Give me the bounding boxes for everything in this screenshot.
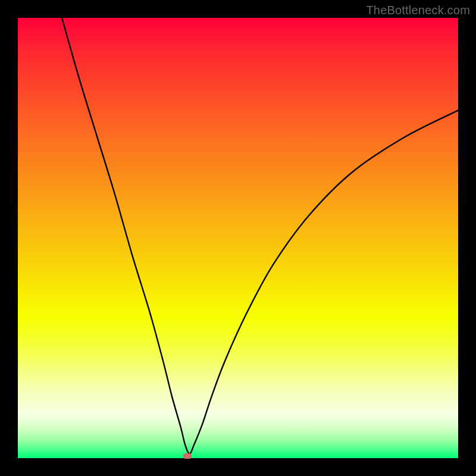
chart-frame: TheBottleneck.com [0,0,476,476]
watermark-text: TheBottleneck.com [366,4,470,17]
plot-area [18,18,458,458]
bottleneck-curve [62,18,458,454]
curve-svg [18,18,458,458]
min-marker [183,453,192,459]
